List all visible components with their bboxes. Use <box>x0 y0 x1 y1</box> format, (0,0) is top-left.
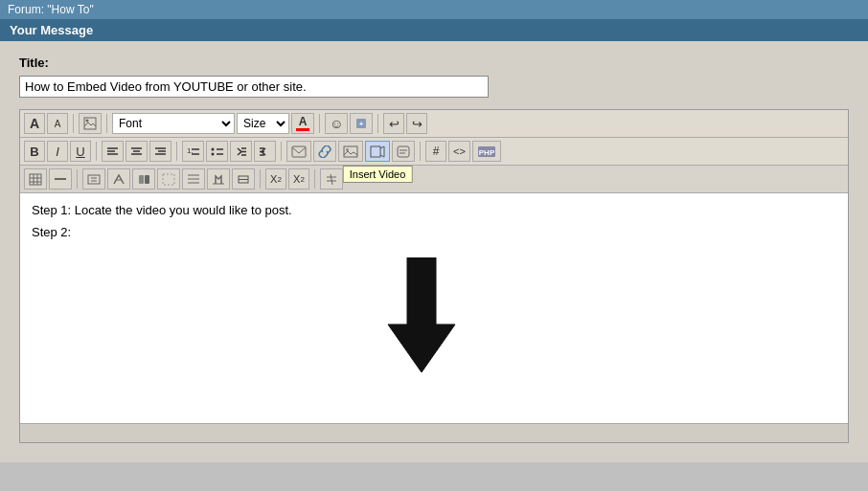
hr-rule-btn[interactable] <box>320 168 343 190</box>
insert-video-btn[interactable] <box>365 141 390 162</box>
bold-btn[interactable]: B <box>24 141 45 162</box>
editor-container: A A Font Arial Times New Roman <box>19 109 849 443</box>
format-btn-5[interactable] <box>182 168 205 190</box>
insert-special-btn[interactable]: + <box>350 113 373 134</box>
format4-icon <box>162 173 175 186</box>
format5-icon <box>187 173 200 186</box>
insert-img-btn[interactable] <box>338 141 363 162</box>
hr-icon <box>54 173 67 186</box>
svg-rect-27 <box>344 146 357 157</box>
title-input[interactable] <box>19 76 489 98</box>
sep6 <box>176 142 177 161</box>
link-icon <box>318 145 331 158</box>
editor-line-1: Step 1: Locate the video you would like … <box>32 203 836 217</box>
align-center-icon <box>130 145 143 158</box>
sep1 <box>73 114 74 133</box>
hr-btn[interactable] <box>49 168 72 190</box>
size-select[interactable]: Size 8 10 12 14 16 18 24 <box>237 113 289 134</box>
undo-btn[interactable]: ↩ <box>383 113 404 134</box>
table-icon <box>29 173 42 186</box>
svg-rect-29 <box>371 146 380 157</box>
toolbar-row-2: B I U <box>20 138 848 166</box>
align-left-btn[interactable] <box>102 141 124 162</box>
hr-rule-icon <box>325 173 338 186</box>
format7-icon <box>237 173 250 186</box>
svg-rect-0 <box>84 118 96 129</box>
font-select[interactable]: Font Arial Times New Roman Courier Verda… <box>112 113 235 134</box>
sep5 <box>96 142 97 161</box>
indent-btn[interactable] <box>230 141 252 162</box>
svg-point-17 <box>212 152 215 155</box>
quote-btn[interactable] <box>392 141 415 162</box>
sep10 <box>260 169 261 189</box>
svg-rect-45 <box>139 175 144 184</box>
align-left-icon <box>106 145 119 158</box>
insert-image-btn[interactable] <box>79 113 102 134</box>
unordered-list-btn[interactable] <box>206 141 228 162</box>
align-right-icon <box>154 145 167 158</box>
svg-text:+: + <box>359 120 364 128</box>
sep11 <box>314 169 315 189</box>
font-color-btn[interactable]: A <box>291 113 314 134</box>
img-icon <box>343 145 358 158</box>
forum-bar: Forum: "How To" <box>0 0 868 19</box>
format1-icon <box>87 173 101 186</box>
format6-icon <box>212 173 225 186</box>
font-size-decrease-btn[interactable]: A <box>47 113 68 134</box>
format-btn-3[interactable] <box>132 168 155 190</box>
format-btn-6[interactable] <box>207 168 230 190</box>
outdent-icon <box>259 145 271 158</box>
ordered-list-btn[interactable]: 1. <box>182 141 204 162</box>
sep4 <box>377 114 378 133</box>
align-center-btn[interactable] <box>126 141 148 162</box>
sep3 <box>319 114 320 133</box>
insert-link-btn[interactable] <box>313 141 336 162</box>
sep7 <box>281 142 282 161</box>
superscript-btn[interactable]: X2 <box>288 168 309 190</box>
svg-rect-30 <box>398 146 409 157</box>
html-btn[interactable]: <> <box>448 141 470 162</box>
format2-icon <box>112 173 126 186</box>
editor-line-2: Step 2: <box>32 225 836 239</box>
svg-line-55 <box>331 174 332 185</box>
svg-text:PHP: PHP <box>479 148 495 157</box>
align-right-btn[interactable] <box>149 141 171 162</box>
format-btn-4[interactable] <box>157 168 180 190</box>
image-icon <box>83 117 97 130</box>
editor-body[interactable]: Step 1: Locate the video you would like … <box>20 193 848 423</box>
subscript-btn[interactable]: X2 <box>265 168 286 190</box>
format-btn-1[interactable] <box>82 168 105 190</box>
font-size-increase-btn[interactable]: A <box>24 113 45 134</box>
php-icon: PHP <box>477 145 496 158</box>
php-btn[interactable]: PHP <box>472 141 501 162</box>
format-btn-7[interactable] <box>232 168 255 190</box>
email-icon <box>291 145 307 158</box>
ordered-list-icon: 1. <box>187 145 199 158</box>
underline-btn[interactable]: U <box>70 141 91 162</box>
sep2 <box>106 114 107 133</box>
svg-rect-35 <box>30 174 41 185</box>
unordered-list-icon <box>211 145 223 158</box>
sep9 <box>77 169 78 189</box>
toolbar-row-1: A A Font Arial Times New Roman <box>20 110 848 138</box>
svg-point-28 <box>346 148 349 151</box>
smiley-btn[interactable]: ☺ <box>325 113 348 134</box>
code-btn[interactable]: # <box>425 141 446 162</box>
svg-rect-41 <box>88 175 100 184</box>
table-btn[interactable] <box>24 168 47 190</box>
svg-rect-47 <box>163 174 174 185</box>
indent-icon <box>235 145 247 158</box>
svg-point-1 <box>86 120 89 123</box>
editor-bottom-bar <box>20 423 848 442</box>
redo-btn[interactable]: ↪ <box>406 113 427 134</box>
title-label: Title: <box>19 56 849 70</box>
svg-rect-46 <box>145 175 149 184</box>
outdent-btn[interactable] <box>254 141 276 162</box>
sep8 <box>420 142 421 161</box>
insert-video-container: Insert Video <box>365 141 390 162</box>
format-btn-2[interactable] <box>107 168 130 190</box>
italic-btn[interactable]: I <box>47 141 68 162</box>
insert-email-btn[interactable] <box>286 141 311 162</box>
svg-rect-26 <box>292 146 306 157</box>
video-icon <box>370 145 385 158</box>
